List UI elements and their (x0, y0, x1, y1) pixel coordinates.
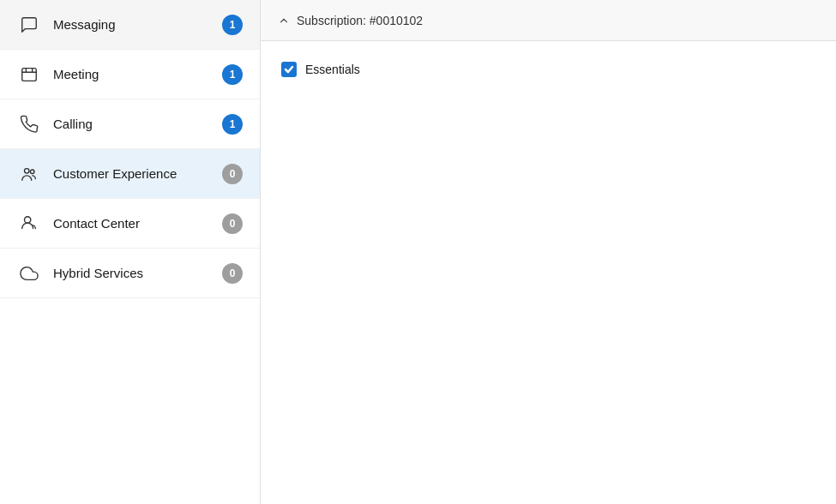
sidebar-label-hybrid-services: Hybrid Services (53, 266, 222, 280)
hybrid-services-icon (17, 261, 41, 285)
contact-center-icon (17, 212, 41, 236)
badge-calling: 1 (222, 114, 243, 135)
sidebar-label-calling: Calling (53, 117, 222, 131)
sidebar-item-customer-experience[interactable]: Customer Experience 0 (0, 149, 260, 199)
sidebar-item-meeting[interactable]: Meeting 1 (0, 50, 260, 99)
chevron-up-icon (278, 15, 290, 27)
essentials-row: Essentials (281, 62, 815, 77)
svg-point-4 (25, 168, 30, 173)
main-content: Subscription: #0010102 Essentials (261, 0, 836, 504)
sidebar-label-messaging: Messaging (53, 17, 222, 32)
content-area: Essentials (261, 41, 836, 504)
sidebar: Messaging 1 Meeting 1 Calling 1 Customer… (0, 0, 261, 504)
badge-messaging: 1 (222, 15, 243, 35)
essentials-checkbox[interactable] (281, 62, 297, 77)
badge-customer-experience: 0 (222, 164, 243, 184)
svg-rect-0 (22, 68, 37, 81)
customer-experience-icon (17, 162, 41, 186)
badge-contact-center: 0 (222, 213, 243, 234)
subscription-header[interactable]: Subscription: #0010102 (261, 0, 836, 41)
sidebar-item-messaging[interactable]: Messaging 1 (0, 0, 260, 50)
svg-point-5 (30, 169, 34, 173)
meeting-icon (17, 63, 41, 87)
sidebar-label-meeting: Meeting (53, 67, 222, 81)
essentials-label: Essentials (305, 63, 360, 76)
messaging-icon (17, 13, 41, 37)
subscription-label: Subscription: #0010102 (297, 14, 423, 27)
sidebar-label-contact-center: Contact Center (53, 216, 222, 231)
sidebar-label-customer-experience: Customer Experience (53, 166, 222, 181)
sidebar-item-contact-center[interactable]: Contact Center 0 (0, 199, 260, 249)
badge-meeting: 1 (222, 64, 243, 85)
badge-hybrid-services: 0 (222, 263, 243, 284)
sidebar-item-hybrid-services[interactable]: Hybrid Services 0 (0, 249, 260, 298)
svg-point-6 (25, 216, 31, 222)
sidebar-item-calling[interactable]: Calling 1 (0, 99, 260, 149)
calling-icon (17, 112, 41, 136)
